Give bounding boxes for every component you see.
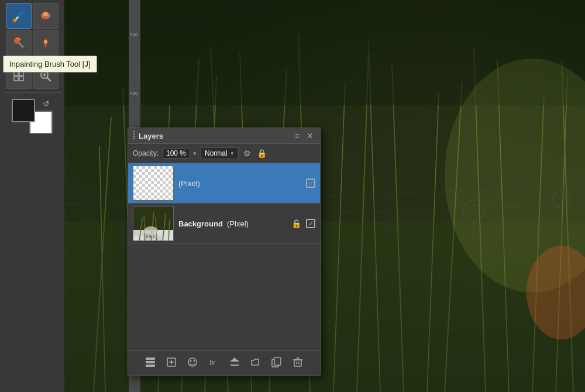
panel-title: Layers (139, 132, 290, 140)
svg-rect-8 (19, 77, 23, 81)
add-mask-button[interactable] (185, 356, 200, 371)
svg-point-2 (43, 12, 48, 16)
svg-marker-79 (232, 357, 238, 360)
opacity-value[interactable]: 100 % (162, 148, 190, 159)
toolbar-sep-2 (4, 92, 61, 93)
layer-name-background: Background (Pixel) (178, 219, 287, 228)
svg-line-10 (47, 78, 51, 81)
layer-visibility-checkbox-pixel[interactable] (306, 178, 315, 188)
blend-mode-dropdown[interactable]: Normal (201, 147, 239, 159)
panel-header: Layers ≡ ✕ (128, 128, 320, 144)
svg-rect-6 (19, 71, 23, 75)
zoom-tool-button[interactable] (33, 63, 58, 89)
group-layer-button[interactable] (248, 356, 263, 371)
layer-settings-icon[interactable]: ⚙ (242, 149, 252, 158)
tool-row-3 (6, 63, 58, 89)
toolbar-sep-1 (4, 59, 61, 60)
panel-bottom-toolbar: fx (128, 350, 320, 376)
color-swap-icon[interactable]: ↺ (43, 99, 50, 108)
blend-mode-label: Normal (205, 149, 228, 157)
inpainting-brush-button[interactable] (6, 30, 32, 56)
opacity-dropdown[interactable]: 100 % ▼ (162, 148, 197, 159)
svg-rect-82 (274, 357, 281, 365)
opacity-row: Opacity: 100 % ▼ Normal ⚙ 🔒 (128, 144, 320, 163)
layer-item-background[interactable]: Background (Pixel) 🔒 (128, 204, 320, 244)
layer-thumbnail-pixel (133, 166, 174, 201)
foreground-color-swatch[interactable] (12, 99, 35, 122)
rocket-tool-button[interactable] (33, 30, 58, 56)
color-swatch-area: ↺ (12, 99, 53, 134)
svg-point-4 (44, 40, 47, 43)
svg-rect-7 (14, 77, 18, 81)
layers-list: (Pixel) (128, 163, 320, 280)
layer-stack-button[interactable] (143, 356, 158, 371)
svg-rect-53 (133, 236, 143, 241)
tool-row-1: 🖌️ (6, 3, 58, 29)
left-toolbar: 🖌️ (0, 0, 64, 392)
layer-thumbnail-background (133, 206, 174, 241)
layer-visibility-checkbox-background[interactable] (306, 219, 315, 228)
ruler-mark-400: 400 (129, 91, 140, 96)
svg-rect-68 (146, 357, 155, 360)
svg-rect-80 (230, 365, 239, 366)
svg-rect-70 (146, 365, 155, 367)
layer-lock-icon-background[interactable]: 🔒 (291, 219, 301, 228)
panel-drag-handle[interactable] (133, 131, 135, 140)
layer-name-pixel: (Pixel) (178, 179, 301, 188)
svg-rect-78 (230, 360, 239, 362)
svg-rect-55 (154, 236, 164, 241)
ruler-mark-300: 300 (129, 32, 140, 37)
panel-menu-button[interactable]: ≡ (293, 131, 301, 140)
fx-button[interactable]: fx (206, 356, 221, 371)
panel-close-button[interactable]: ✕ (305, 131, 315, 140)
copy-layer-button[interactable] (269, 356, 284, 371)
svg-rect-69 (146, 361, 155, 363)
svg-point-76 (194, 360, 195, 362)
flatten-button[interactable] (227, 356, 242, 371)
tool-row-2 (6, 30, 58, 56)
layer-checkered-pattern (133, 166, 173, 200)
svg-point-63 (144, 226, 158, 236)
opacity-arrow-icon: ▼ (192, 151, 197, 156)
opacity-label: Opacity: (133, 149, 159, 157)
add-pixel-layer-button[interactable] (164, 356, 179, 371)
layers-spacer (128, 280, 320, 350)
delete-layer-button[interactable] (290, 356, 305, 371)
grid-tool-button[interactable] (6, 63, 32, 89)
layer-item-pixel[interactable]: (Pixel) (128, 163, 320, 204)
svg-rect-64 (146, 235, 148, 238)
svg-rect-65 (149, 235, 151, 238)
svg-rect-66 (153, 235, 154, 238)
svg-rect-83 (294, 360, 301, 366)
svg-text:fx: fx (209, 359, 215, 367)
layers-panel: Layers ≡ ✕ Opacity: 100 % ▼ Normal ⚙ 🔒 (… (128, 128, 321, 376)
layer-lock-icon[interactable]: 🔒 (256, 149, 268, 158)
brush-tool-button[interactable]: 🖌️ (6, 3, 32, 29)
svg-rect-5 (14, 71, 18, 75)
svg-rect-67 (156, 235, 157, 238)
svg-point-75 (190, 360, 192, 362)
smudge-tool-button[interactable] (33, 3, 58, 29)
